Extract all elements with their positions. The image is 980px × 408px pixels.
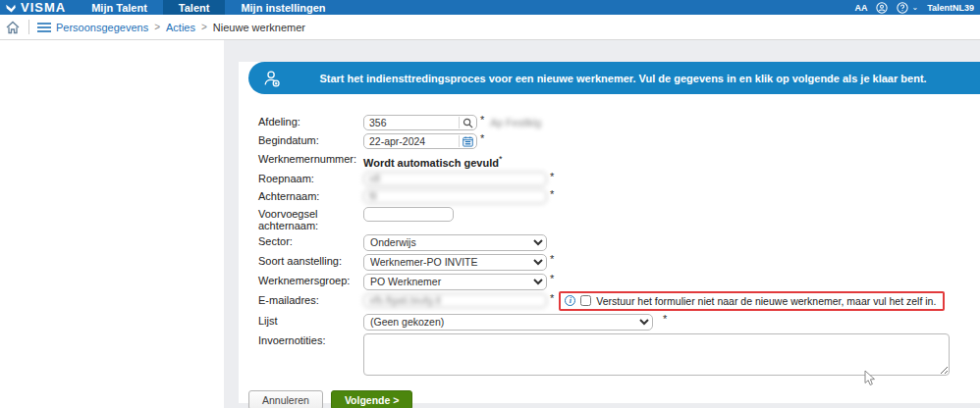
invoernotities-label: Invoernotities: bbox=[258, 333, 363, 346]
roepnaam-input[interactable] bbox=[363, 172, 547, 186]
breadcrumb-acties[interactable]: Acties bbox=[166, 22, 195, 33]
help-icon bbox=[897, 2, 908, 14]
cancel-button[interactable]: Annuleren bbox=[248, 390, 323, 408]
add-person-icon bbox=[261, 68, 283, 89]
required-asterisk: * bbox=[663, 314, 667, 324]
help-menu[interactable]: ⌄ bbox=[897, 2, 918, 14]
tab-mijn-talent[interactable]: Mijn Talent bbox=[76, 0, 163, 15]
afdeling-label: Afdeling: bbox=[258, 115, 363, 128]
field-row-werknemernummer: Werknemernummer: Wordt automatisch gevul… bbox=[258, 152, 980, 169]
breadcrumb-separator: > bbox=[201, 22, 207, 32]
font-size-icon[interactable]: AA bbox=[854, 3, 867, 13]
field-row-begindatum: Begindatum: * bbox=[258, 133, 980, 149]
breadcrumb: Persoonsgegevens > Acties > Nieuwe werkn… bbox=[0, 15, 980, 40]
breadcrumb-separator: > bbox=[154, 22, 160, 32]
left-panel bbox=[0, 40, 224, 408]
werknemersgroep-select[interactable]: PO Werknemer bbox=[363, 274, 547, 290]
form-actions: Annuleren Volgende > bbox=[248, 390, 980, 408]
fill-yourself-checkbox[interactable] bbox=[580, 295, 591, 306]
sector-label: Sector: bbox=[258, 234, 363, 247]
profile-icon[interactable] bbox=[876, 2, 888, 14]
info-icon[interactable]: i bbox=[565, 295, 575, 306]
required-asterisk: * bbox=[550, 189, 554, 199]
visma-logo[interactable]: VISMA bbox=[0, 0, 76, 15]
tab-talent[interactable]: Talent bbox=[163, 0, 226, 15]
soort-aanstelling-select[interactable]: Werknemer-PO INVITE bbox=[363, 254, 547, 271]
top-navbar: VISMA Mijn Talent Talent Mijn instelling… bbox=[0, 0, 980, 15]
lijst-label: Lijst bbox=[258, 314, 363, 327]
field-row-voorvoegsel: Voorvoegsel achternaam: bbox=[258, 207, 980, 231]
required-asterisk: * bbox=[550, 172, 554, 181]
field-row-lijst: Lijst (Geen gekozen) * bbox=[258, 314, 980, 331]
field-row-soort-aanstelling: Soort aanstelling: Werknemer-PO INVITE * bbox=[258, 254, 980, 271]
soort-aanstelling-label: Soort aanstelling: bbox=[258, 254, 363, 267]
afdeling-ref-redacted: Ap Festlklg bbox=[490, 115, 541, 128]
field-row-emailadres: E-mailadres: * i Verstuur het formulier … bbox=[258, 293, 980, 311]
required-asterisk: * bbox=[550, 254, 554, 264]
required-asterisk: * bbox=[480, 115, 484, 125]
required-asterisk: * bbox=[499, 154, 503, 164]
afdeling-input[interactable] bbox=[364, 117, 459, 129]
fill-yourself-label: Verstuur het formulier niet naar de nieu… bbox=[596, 295, 936, 307]
roepnaam-label: Roepnaam: bbox=[258, 172, 363, 184]
emailadres-label: E-mailadres: bbox=[258, 293, 363, 306]
begindatum-input[interactable] bbox=[364, 135, 459, 148]
voorvoegsel-input[interactable] bbox=[363, 207, 454, 222]
content-area: Start het indiensttredingsproces voor ee… bbox=[224, 40, 980, 408]
field-row-invoernotities: Invoernotities: bbox=[258, 333, 980, 376]
visma-swoosh-icon bbox=[4, 3, 18, 15]
calendar-icon[interactable] bbox=[459, 135, 476, 147]
breadcrumb-current: Nieuwe werknemer bbox=[213, 22, 305, 33]
new-employee-form: Afdeling: * Ap Festlklg Begindatum bbox=[258, 115, 980, 376]
emailadres-input[interactable] bbox=[363, 293, 547, 308]
lijst-select[interactable]: (Geen gekozen) bbox=[363, 314, 653, 331]
werknemernummer-static: Wordt automatisch gevuld* bbox=[363, 152, 502, 169]
werknemersgroep-label: Werknemersgroep: bbox=[258, 274, 363, 286]
begindatum-label: Begindatum: bbox=[258, 133, 363, 146]
field-row-achternaam: Achternaam: * bbox=[258, 189, 980, 204]
tenant-label: TalentNL39 bbox=[927, 3, 974, 13]
achternaam-input[interactable] bbox=[363, 189, 547, 204]
divider bbox=[28, 20, 29, 34]
required-asterisk: * bbox=[550, 274, 554, 283]
chevron-down-icon: ⌄ bbox=[911, 3, 918, 12]
search-icon[interactable] bbox=[459, 117, 476, 128]
new-employee-card: Start het indiensttredingsproces voor ee… bbox=[239, 62, 980, 403]
brand-text: VISMA bbox=[21, 1, 66, 15]
achternaam-label: Achternaam: bbox=[258, 189, 363, 202]
highlight-red-box: i Verstuur het formulier niet naar de ni… bbox=[559, 291, 945, 311]
tab-mijn-instellingen[interactable]: Mijn instellingen bbox=[225, 0, 341, 15]
menu-icon[interactable] bbox=[37, 23, 51, 32]
sector-select[interactable]: Onderwijs bbox=[363, 234, 547, 251]
voorvoegsel-label: Voorvoegsel achternaam: bbox=[258, 207, 363, 231]
home-icon[interactable] bbox=[5, 20, 21, 35]
invoernotities-textarea[interactable] bbox=[363, 333, 950, 376]
field-row-roepnaam: Roepnaam: * bbox=[258, 172, 980, 186]
werknemernummer-label: Werknemernummer: bbox=[258, 152, 363, 165]
required-asterisk: * bbox=[480, 133, 484, 143]
breadcrumb-persoonsgegevens[interactable]: Persoonsgegevens bbox=[56, 22, 148, 33]
field-row-werknemersgroep: Werknemersgroep: PO Werknemer * bbox=[258, 274, 980, 290]
next-button[interactable]: Volgende > bbox=[331, 390, 413, 408]
required-asterisk: * bbox=[550, 293, 554, 303]
field-row-sector: Sector: Onderwijs bbox=[258, 234, 980, 251]
banner-message: Start het indiensttredingsproces voor ee… bbox=[296, 73, 980, 84]
intro-banner: Start het indiensttredingsproces voor ee… bbox=[248, 62, 980, 94]
field-row-afdeling: Afdeling: * Ap Festlklg bbox=[258, 115, 980, 130]
